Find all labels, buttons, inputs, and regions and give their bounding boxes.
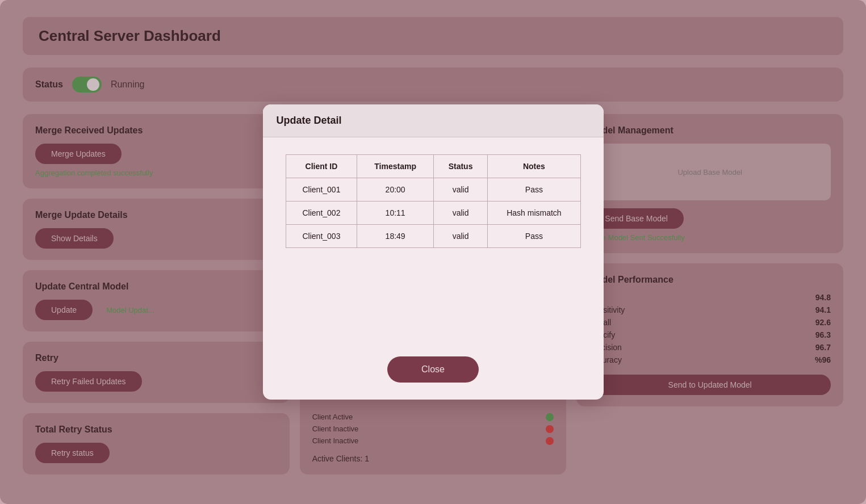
- table-cell: Pass: [488, 225, 580, 248]
- table-column-header: Client ID: [286, 155, 357, 178]
- table-cell: Client_003: [286, 225, 357, 248]
- table-cell: Pass: [488, 178, 580, 201]
- table-column-header: Notes: [488, 155, 580, 178]
- modal-title: Update Detail: [277, 115, 342, 126]
- table-cell: 10:11: [357, 201, 433, 225]
- detail-table: Client IDTimestampStatusNotes Client_001…: [286, 154, 581, 248]
- table-cell: 18:49: [357, 225, 433, 248]
- table-cell: Hash mismatch: [488, 201, 580, 225]
- dashboard-container: Central Server Dashboard Status Running …: [0, 0, 866, 504]
- table-cell: valid: [433, 225, 488, 248]
- table-cell: Client_001: [286, 178, 357, 201]
- table-column-header: Timestamp: [357, 155, 433, 178]
- table-row: Client_00210:11validHash mismatch: [286, 201, 580, 225]
- modal-overlay: Update Detail Client IDTimestampStatusNo…: [0, 0, 866, 504]
- table-cell: valid: [433, 178, 488, 201]
- table-row: Client_00120:00validPass: [286, 178, 580, 201]
- update-detail-modal: Update Detail Client IDTimestampStatusNo…: [263, 104, 604, 400]
- table-cell: 20:00: [357, 178, 433, 201]
- table-cell: valid: [433, 201, 488, 225]
- table-row: Client_00318:49validPass: [286, 225, 580, 248]
- table-cell: Client_002: [286, 201, 357, 225]
- table-body: Client_00120:00validPassClient_00210:11v…: [286, 178, 580, 248]
- table-header: Client IDTimestampStatusNotes: [286, 155, 580, 178]
- modal-header: Update Detail: [263, 104, 604, 137]
- close-modal-button[interactable]: Close: [387, 356, 479, 383]
- table-column-header: Status: [433, 155, 488, 178]
- modal-body: Client IDTimestampStatusNotes Client_001…: [263, 137, 604, 400]
